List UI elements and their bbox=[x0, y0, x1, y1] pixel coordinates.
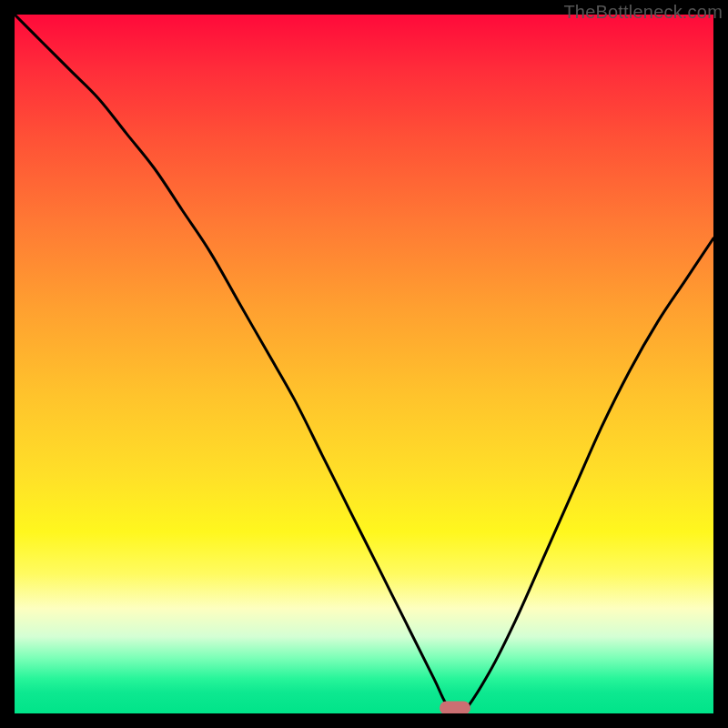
bottleneck-marker bbox=[440, 702, 470, 714]
bottleneck-curve bbox=[15, 15, 713, 713]
plot-area bbox=[15, 15, 713, 713]
watermark-text: TheBottleneck.com bbox=[563, 2, 723, 23]
curve-path bbox=[15, 15, 713, 713]
chart-frame: TheBottleneck.com bbox=[0, 0, 728, 728]
